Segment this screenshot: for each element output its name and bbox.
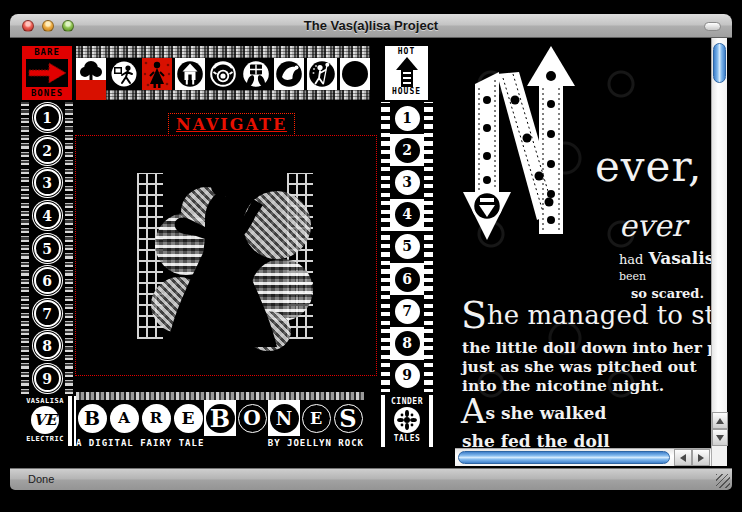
- story-p3-lead: As she walked: [461, 398, 606, 424]
- right-number-6[interactable]: 6: [390, 263, 424, 295]
- vasalisa-collage-imagemap[interactable]: [125, 161, 325, 351]
- left-number-9[interactable]: 9: [34, 365, 61, 392]
- scroll-left-button[interactable]: [674, 449, 692, 466]
- cinder-badge-bottom: TALES: [385, 434, 429, 443]
- bird-house-icon[interactable]: [175, 58, 205, 90]
- letter-tile: E: [172, 400, 204, 436]
- pattern-band-bottom: [76, 90, 370, 100]
- story-line-had-vasalisa: had Vasalisa: [619, 248, 711, 268]
- scroll-down-button[interactable]: [712, 429, 728, 446]
- ornate-n-dropcap: [459, 42, 595, 278]
- window-hands-icon[interactable]: [241, 58, 271, 90]
- chapter-icon-strip: [76, 46, 370, 100]
- barebones-title: B A R E B O N E S A DIGITAL FAIRY TALE B…: [76, 392, 364, 452]
- barebones-badge[interactable]: BARE BONES: [22, 46, 72, 100]
- left-number-3[interactable]: 3: [34, 169, 61, 196]
- toolbar-toggle-pill[interactable]: [704, 22, 721, 31]
- browser-window: The Vas(a)lisa Project BARE BONES: [10, 14, 732, 490]
- right-number-4[interactable]: 4: [390, 199, 424, 231]
- title-bar[interactable]: The Vas(a)lisa Project: [10, 14, 732, 38]
- window-title: The Vas(a)lisa Project: [10, 18, 732, 33]
- letter-tile: N: [268, 400, 300, 436]
- story-line-scared: so scared.: [631, 286, 704, 301]
- scroll-up-button[interactable]: [712, 412, 728, 429]
- left-number-6[interactable]: 6: [34, 267, 61, 294]
- vertical-scrollbar-thumb[interactable]: [713, 43, 726, 83]
- vasalisa-figure-icon[interactable]: [142, 58, 172, 90]
- hothouse-badge[interactable]: HOT HOUSE: [380, 46, 433, 100]
- left-number-5[interactable]: 5: [34, 235, 61, 262]
- pattern-band-top: [76, 46, 370, 58]
- story-p2-lead: She managed to stuff: [461, 300, 711, 330]
- letter-tile: R: [140, 400, 172, 436]
- status-bar: Done: [10, 468, 732, 490]
- right-number-7[interactable]: 7: [390, 295, 424, 327]
- left-number-8[interactable]: 8: [34, 332, 61, 359]
- story-p2-lines: the little doll down into her pocket jus…: [462, 338, 711, 395]
- horizontal-scrollbar[interactable]: [455, 448, 711, 466]
- scroll-right-button[interactable]: [692, 449, 710, 466]
- story-line-ever1: ever,: [595, 142, 702, 191]
- cinder-badge-top: CINDER: [385, 397, 429, 406]
- down-triangle-icon: [716, 435, 724, 441]
- barebones-badge-top: BARE: [22, 47, 72, 58]
- left-number-7[interactable]: 7: [34, 300, 61, 327]
- barebones-badge-bottom: BONES: [22, 88, 72, 99]
- scrollbar-corner: [711, 446, 727, 466]
- navigate-label[interactable]: NAVIGATE: [168, 113, 295, 136]
- left-number-strip: 1 2 3 4 5 6 7 8 9: [21, 102, 73, 394]
- title-letters: B A R E B O N E S: [76, 400, 364, 436]
- status-text: Done: [28, 473, 54, 485]
- left-triangle-icon: [680, 454, 686, 462]
- letter-tile: B: [204, 400, 236, 436]
- left-number-4[interactable]: 4: [34, 202, 61, 229]
- navigation-frame: BARE BONES: [10, 38, 455, 468]
- resize-grip[interactable]: [716, 474, 730, 488]
- right-number-1[interactable]: 1: [390, 102, 424, 134]
- vasalisa-badge-top: VASALISA: [22, 397, 68, 405]
- right-number-9[interactable]: 9: [390, 360, 424, 392]
- horizontal-scrollbar-thumb[interactable]: [458, 451, 670, 464]
- story-page: ever, ever had Vasalisa been so scared. …: [455, 38, 711, 450]
- chapter-icons: [76, 58, 370, 90]
- offering-hands-icon[interactable]: [208, 58, 238, 90]
- bird-figure-icon[interactable]: [274, 58, 304, 90]
- page-content: BARE BONES: [10, 38, 732, 468]
- story-line-been: been: [619, 270, 646, 283]
- letter-tile: B: [76, 400, 108, 436]
- right-number-8[interactable]: 8: [390, 327, 424, 359]
- right-number-5[interactable]: 5: [390, 231, 424, 263]
- rosette-icon: [394, 407, 420, 433]
- subtitle: A DIGITAL FAIRY TALE: [76, 438, 204, 448]
- traveler-icon[interactable]: [307, 58, 337, 90]
- dark-moon-icon[interactable]: [340, 58, 370, 90]
- hothouse-badge-top: HOT: [385, 47, 428, 57]
- right-number-3[interactable]: 3: [390, 166, 424, 198]
- letter-tile: O: [236, 400, 268, 436]
- right-number-strip: 1 2 3 4 5 6 7 8 9: [381, 102, 433, 392]
- story-frame: ever, ever had Vasalisa been so scared. …: [455, 38, 732, 468]
- left-number-1[interactable]: 1: [34, 104, 61, 131]
- cinder-tales-badge[interactable]: CINDER TALES: [381, 395, 433, 447]
- right-triangle-icon: [698, 454, 704, 462]
- walking-figure-icon[interactable]: [109, 58, 139, 90]
- woman-silhouette: [125, 161, 325, 351]
- up-triangle-icon: [716, 418, 724, 424]
- up-arrow-icon: [396, 57, 418, 87]
- current-chapter-marker: [76, 80, 106, 100]
- story-line-ever2: ever: [619, 208, 686, 243]
- letter-tile: E: [300, 400, 332, 436]
- vasalisa-electric-badge[interactable]: VASALISA VE ELECTRIC: [22, 396, 72, 446]
- ve-monogram-icon: VE: [31, 406, 59, 434]
- title-pattern-band: [76, 392, 364, 400]
- letter-tile: A: [108, 400, 140, 436]
- vertical-scrollbar[interactable]: [711, 38, 727, 446]
- letter-tile: S: [332, 400, 364, 436]
- left-number-2[interactable]: 2: [34, 137, 61, 164]
- hothouse-badge-bottom: HOUSE: [385, 87, 428, 97]
- vasalisa-badge-bottom: ELECTRIC: [22, 435, 68, 443]
- right-arrow-icon: [26, 59, 68, 87]
- right-number-2[interactable]: 2: [390, 134, 424, 166]
- byline: BY JOELLYN ROCK: [268, 438, 364, 448]
